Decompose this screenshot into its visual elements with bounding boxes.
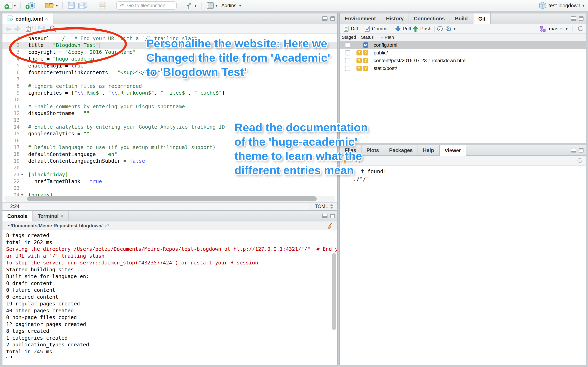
git-file-row[interactable]: Mconfig.toml <box>340 41 586 49</box>
tab-terminal[interactable]: Terminal × <box>33 211 69 221</box>
project-selector[interactable]: test-blogdown <box>549 3 580 8</box>
minimize-pane-icon[interactable] <box>571 148 577 153</box>
minimize-pane-icon[interactable] <box>322 213 328 218</box>
back-icon[interactable] <box>5 26 12 32</box>
branch-graph-icon[interactable] <box>540 25 546 32</box>
maximize-pane-icon[interactable] <box>330 16 335 21</box>
git-more-button[interactable]: ⚙ ▾ <box>445 25 456 32</box>
popout-viewer-icon[interactable] <box>354 157 362 164</box>
diff-button[interactable]: Diff <box>342 25 359 32</box>
pull-button[interactable]: Pull <box>394 25 412 32</box>
refresh-icon[interactable] <box>577 25 584 32</box>
tab-help[interactable]: Help <box>418 145 439 155</box>
tab-packages[interactable]: Packages <box>384 145 418 155</box>
minimize-pane-icon[interactable] <box>571 16 577 21</box>
goto-file-input[interactable] <box>127 2 174 8</box>
code-line[interactable]: 17# Default language to use (if you setu… <box>2 144 337 151</box>
commit-button[interactable]: Commit <box>363 25 390 32</box>
code-line[interactable]: 6footnotereturnlinkcontents = "<sup>^</s… <box>2 69 337 76</box>
tab-history[interactable]: History <box>381 13 409 24</box>
file-type-selector[interactable]: TOML <box>311 203 337 210</box>
git-file-row[interactable]: ??static/post/ <box>340 64 586 72</box>
code-line[interactable]: 2title = "Blogdown Test" <box>2 42 337 49</box>
push-button[interactable]: Push <box>412 25 432 32</box>
save-document-icon[interactable] <box>38 25 45 32</box>
minimize-pane-icon[interactable] <box>322 16 328 21</box>
code-line[interactable]: 21▾[blackfriday] <box>2 171 337 178</box>
tab-viewer[interactable]: Viewer <box>439 145 466 156</box>
new-file-caret-icon[interactable]: ▾ <box>14 4 16 8</box>
version-control-button[interactable]: ▾ <box>185 1 197 10</box>
code-line[interactable]: 1baseurl = "/" # End your URL with a `/`… <box>2 35 337 42</box>
tab-build[interactable]: Build <box>450 13 473 24</box>
console-output[interactable]: 8 tags createdtotal in 262 msServing the… <box>2 230 337 358</box>
code-line[interactable]: 15googleAnalytics = "" <box>2 130 337 137</box>
open-file-button[interactable]: ▾ <box>44 1 58 10</box>
maximize-pane-icon[interactable] <box>330 213 335 218</box>
maximize-pane-icon[interactable] <box>579 148 584 153</box>
addins-button[interactable]: Addins <box>221 3 236 8</box>
tab-close-icon[interactable]: × <box>45 16 48 22</box>
terminal-close-icon[interactable]: × <box>61 213 63 219</box>
clear-viewer-broom-icon[interactable] <box>342 157 350 164</box>
code-line[interactable]: 18defaultContentLanguage = "en" <box>2 151 337 158</box>
code-line[interactable]: 23 <box>2 185 337 192</box>
code-line[interactable]: 7 <box>2 76 337 83</box>
new-file-button[interactable]: ▾ <box>4 1 16 10</box>
staged-column-header[interactable]: Staged <box>340 35 361 40</box>
tab-plots[interactable]: Plots <box>362 145 384 155</box>
code-line[interactable]: 14# Enable analytics by entering your Go… <box>2 124 337 130</box>
staged-checkbox[interactable] <box>345 42 350 48</box>
print-button[interactable] <box>97 1 108 10</box>
popout-window-icon[interactable] <box>25 25 33 32</box>
staged-checkbox[interactable] <box>345 50 350 55</box>
save-button[interactable] <box>67 1 76 10</box>
new-project-button[interactable]: R <box>25 1 35 10</box>
clear-console-broom-icon[interactable] <box>327 222 334 229</box>
tab-environment[interactable]: Environment <box>340 13 381 24</box>
code-line[interactable]: 3copyright = "&copy; 2016 Your Name" <box>2 49 337 55</box>
staged-checkbox[interactable] <box>345 66 350 71</box>
project-caret-icon[interactable]: ▾ <box>582 4 584 8</box>
code-line[interactable]: 13 <box>2 117 337 124</box>
editor-horizontal-scrollbar[interactable] <box>4 196 335 202</box>
staged-checkbox[interactable] <box>345 58 350 63</box>
workspace-panes-button[interactable]: ▾ <box>206 1 218 10</box>
code-line[interactable]: 9ignoreFiles = ["\\.Rmd$", "\\.Rmarkdown… <box>2 90 337 96</box>
code-line[interactable]: 22 hrefTargetBlank = true <box>2 178 337 185</box>
maximize-pane-icon[interactable] <box>579 16 584 21</box>
tab-config-toml[interactable]: TOML config.toml × <box>2 13 53 24</box>
path-column-header[interactable]: ▲ Path <box>380 35 394 40</box>
addins-caret-icon[interactable]: ▾ <box>239 4 241 8</box>
console-vertical-scrollbar[interactable] <box>332 253 336 330</box>
code-line[interactable]: 16 <box>2 137 337 144</box>
code-line[interactable]: 19defaultContentLanguageInSubdir = false <box>2 158 337 164</box>
open-file-caret-icon[interactable]: ▾ <box>56 4 58 8</box>
git-file-row[interactable]: ??public/ <box>340 49 586 57</box>
code-line[interactable]: 20 <box>2 164 337 171</box>
save-all-button[interactable] <box>77 1 89 10</box>
code-line[interactable]: 11# Enable comments by entering your Dis… <box>2 103 337 110</box>
tab-git[interactable]: Git <box>473 13 491 24</box>
code-line[interactable]: 12disqusShortname = "" <box>2 110 337 117</box>
code-line[interactable]: 5enableEmoji = true <box>2 62 337 69</box>
code-line[interactable]: 10 <box>2 96 337 103</box>
refresh-viewer-icon[interactable] <box>577 157 583 164</box>
forward-icon[interactable] <box>13 26 21 32</box>
panes-caret-icon[interactable]: ▾ <box>215 4 217 8</box>
goto-file-search[interactable] <box>116 1 177 9</box>
branch-selector[interactable]: master ▾ <box>548 26 568 32</box>
tab-console[interactable]: Console <box>2 211 33 221</box>
tab-connections[interactable]: Connections <box>409 13 450 24</box>
cursor-position[interactable]: 2:24 <box>10 204 19 209</box>
search-icon[interactable] <box>49 25 57 33</box>
status-column-header[interactable]: Status <box>361 35 380 40</box>
goto-directory-icon[interactable] <box>104 223 111 228</box>
tab-files[interactable]: Files <box>340 145 362 155</box>
git-file-row[interactable]: ??content/post/2015-07-23-r-rmarkdown.ht… <box>340 57 586 64</box>
code-line[interactable]: 8# ignore certain files as recommended <box>2 83 337 90</box>
history-clock-icon[interactable] <box>437 25 443 32</box>
code-editor[interactable]: 1baseurl = "/" # End your URL with a `/`… <box>2 34 337 202</box>
code-line[interactable]: 4theme = "hugo-academic" <box>2 55 337 62</box>
version-control-caret-icon[interactable]: ▾ <box>195 4 197 8</box>
